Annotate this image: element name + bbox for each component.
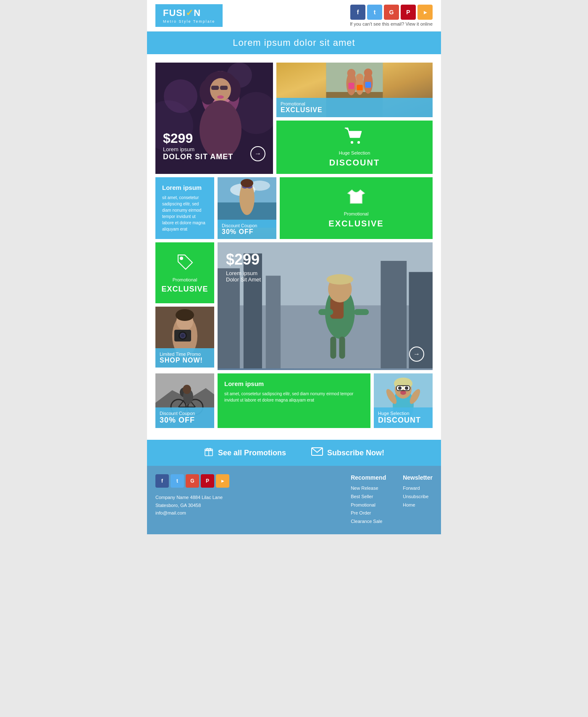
view-online: If you can't see this email? View it onl… (350, 21, 433, 26)
svg-rect-68 (354, 309, 369, 315)
promotions-label: See all Promotions (218, 449, 286, 457)
hero-block-1[interactable]: $299 Lorem ipsum DOLOR SIT AMET → (155, 63, 273, 174)
svg-rect-24 (365, 82, 371, 88)
text-block-2-body: sit amet, consetetur sadipscing elitr, s… (224, 391, 364, 403)
footer-cta: See all Promotions Subscribe Now! (147, 440, 441, 466)
svg-point-92 (405, 386, 408, 390)
hero-block-2[interactable]: $299 Lorem ipsum Dolor Sit Amet → (218, 242, 433, 370)
promo-photo-1[interactable]: Promotional EXCLUSIVE (276, 63, 433, 117)
discount-huge-small-1: Huge Selection (378, 411, 428, 416)
footer-link-unsubscribe[interactable]: Unsubscribe (403, 493, 433, 501)
svg-rect-66 (339, 336, 345, 359)
cta-promotions[interactable]: See all Promotions (204, 446, 286, 459)
discount-photo-1[interactable]: Discount Coupon 30% OFF (218, 177, 276, 239)
svg-rect-12 (220, 86, 228, 90)
svg-point-31 (357, 141, 360, 144)
cart-icon (344, 127, 365, 148)
footer-link-forward[interactable]: Forward (403, 484, 433, 493)
footer-rss-icon[interactable]: ▸ (216, 474, 229, 488)
pinterest-icon[interactable]: P (401, 5, 416, 20)
header-right: f t G P ▸ If you can't see this email? V… (350, 5, 433, 26)
footer-link-pre-order[interactable]: Pre Order (351, 509, 386, 517)
footer-newsletter-title: Newsletter (403, 474, 433, 481)
discount-photo-2[interactable]: Discount Coupon 30% OFF (155, 373, 214, 428)
footer-link-clearance-sale[interactable]: Clearance Sale (351, 517, 386, 526)
promo-exclusive-small-1: Promotional (281, 101, 428, 106)
svg-point-91 (398, 386, 402, 390)
hero2-text: $299 Lorem ipsum Dolor Sit Amet (226, 251, 261, 283)
promo-exclusive-green-2[interactable]: Promotional EXCLUSIVE (155, 242, 214, 303)
svg-point-88 (400, 391, 406, 395)
svg-point-27 (364, 68, 373, 77)
promo-exclusive-big-3: EXCLUSIVE (161, 285, 208, 294)
text-block-1-title: Lorem ipsum (162, 184, 207, 191)
shop-now-block[interactable]: Limited Time Promo SHOP NOW! (155, 307, 214, 368)
facebook-icon[interactable]: f (350, 5, 365, 20)
hero-arrow-icon[interactable]: → (250, 146, 265, 161)
promo-exclusive-small-3: Promotional (173, 277, 197, 282)
svg-point-42 (241, 179, 253, 187)
logo: FUSI✓N Metro Style Template (155, 4, 223, 27)
svg-point-51 (181, 334, 184, 337)
discount-huge-big-1: DISCOUNT (378, 416, 428, 425)
svg-rect-58 (266, 276, 281, 368)
footer-link-best-seller[interactable]: Best Seller (351, 493, 386, 501)
text-block-2-title: Lorem ipsum (224, 380, 364, 387)
hero2-lorem: Lorem ipsum (226, 270, 261, 276)
discount-coupon-big-1: 30% OFF (222, 228, 272, 236)
footer-address-line1: Company Name 4884 Lilac Lane (155, 494, 229, 502)
discount-coupon-small-2: Discount Coupon (160, 411, 210, 416)
envelope-svg (311, 447, 323, 456)
footer-left: f t G P ▸ Company Name 4884 Lilac Lane S… (155, 474, 229, 517)
footer-google-plus-icon[interactable]: G (186, 474, 199, 488)
footer-address-line3: info@mail.com (155, 509, 229, 517)
row1: $299 Lorem ipsum DOLOR SIT AMET → (155, 63, 433, 174)
gift-icon (204, 446, 214, 459)
shirt-icon (346, 188, 366, 209)
footer-cols: Recommend New Release Best Seller Promot… (351, 474, 433, 526)
discount-coupon-small-1: Discount Coupon (222, 223, 272, 228)
footer-pinterest-icon[interactable]: P (201, 474, 214, 488)
svg-rect-22 (349, 83, 354, 89)
footer-newsletter-col: Newsletter Forward Unsubscribe Home (403, 474, 433, 526)
rss-icon[interactable]: ▸ (417, 5, 433, 20)
svg-point-80 (183, 385, 191, 394)
hero-price: $299 (163, 131, 233, 146)
gift-svg (204, 446, 214, 457)
discount-photo-3[interactable]: Huge Selection DISCOUNT (374, 373, 433, 428)
promo-exclusive-big-2: EXCLUSIVE (328, 219, 383, 228)
tag-icon (176, 252, 194, 275)
footer-address: Company Name 4884 Lilac Lane Statesboro,… (155, 494, 229, 517)
discount-big-1: DISCOUNT (329, 158, 380, 168)
footer-link-promotional[interactable]: Promotional (351, 501, 386, 510)
promo-exclusive-small-2: Promotional (344, 211, 369, 216)
svg-rect-23 (357, 85, 363, 90)
twitter-icon[interactable]: t (367, 5, 382, 20)
footer-twitter-icon[interactable]: t (171, 474, 184, 488)
hero2-arrow-icon[interactable]: → (409, 347, 424, 362)
footer-link-new-release[interactable]: New Release (351, 484, 386, 493)
google-plus-icon[interactable]: G (384, 5, 399, 20)
footer-recommend-title: Recommend (351, 474, 386, 481)
promo-exclusive-green-1[interactable]: Promotional EXCLUSIVE (280, 177, 433, 239)
discount-coupon-label-2: Discount Coupon 30% OFF (155, 407, 214, 428)
row3: Promotional EXCLUSIVE (155, 242, 433, 370)
left-col-row3: Promotional EXCLUSIVE (155, 242, 214, 370)
text-block-1-body: sit amet, consetetur sadipscing elitr, s… (162, 194, 207, 232)
subscribe-label: Subscribe Now! (327, 449, 384, 457)
svg-point-43 (180, 257, 183, 260)
footer-address-line2: Statesboro, GA 30458 (155, 502, 229, 510)
svg-rect-59 (381, 261, 407, 368)
hero-text: $299 Lorem ipsum DOLOR SIT AMET (163, 131, 233, 161)
right-col-1: Promotional EXCLUSIVE (276, 63, 433, 174)
discount-green-1[interactable]: Huge Selection DISCOUNT (276, 121, 433, 174)
shop-now-label: Limited Time Promo SHOP NOW! (155, 348, 214, 368)
cta-subscribe[interactable]: Subscribe Now! (311, 447, 384, 458)
footer-facebook-icon[interactable]: f (155, 474, 169, 488)
header: FUSI✓N Metro Style Template f t G P ▸ If… (147, 0, 441, 32)
svg-rect-65 (330, 336, 336, 359)
hero2-price: $299 (226, 251, 261, 268)
shop-now-big: SHOP NOW! (160, 357, 210, 364)
svg-point-64 (327, 274, 354, 285)
footer-link-home[interactable]: Home (403, 501, 433, 510)
